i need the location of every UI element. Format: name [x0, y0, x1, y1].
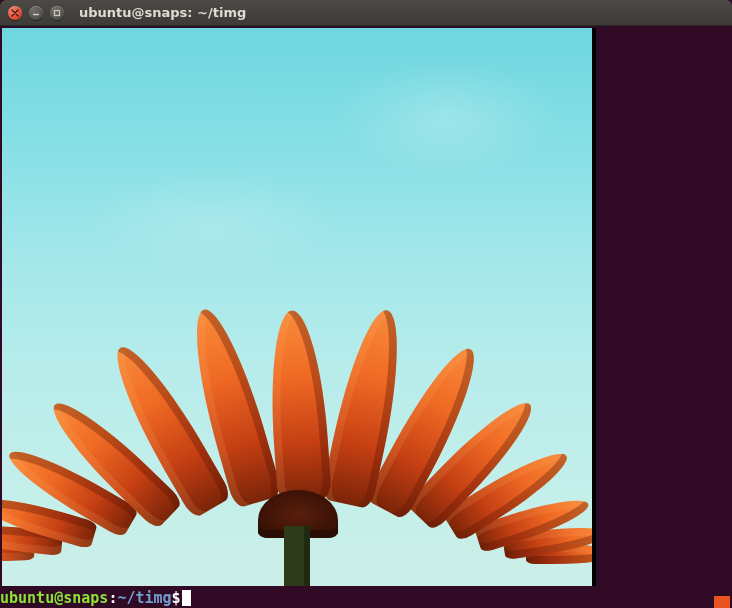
sky-cloud-icon — [332, 58, 562, 178]
flower-stem-icon — [284, 526, 310, 586]
flower-image-icon — [2, 226, 596, 586]
prompt-separator: : — [108, 588, 117, 608]
prompt-path: ~/timg — [117, 588, 171, 608]
terminal-viewport[interactable]: ubuntu@snaps:~/timg$ — [0, 26, 732, 608]
svg-rect-0 — [55, 10, 60, 15]
prompt-user-host: ubuntu@snaps — [0, 588, 108, 608]
window-titlebar: ubuntu@snaps: ~/timg — [0, 0, 732, 26]
shell-prompt[interactable]: ubuntu@snaps:~/timg$ — [0, 588, 732, 608]
minimize-icon[interactable] — [29, 6, 43, 20]
maximize-icon[interactable] — [50, 6, 64, 20]
cursor-icon — [182, 590, 191, 606]
prompt-symbol: $ — [172, 588, 181, 608]
accent-strip — [714, 596, 730, 608]
terminal-image-output — [2, 28, 596, 586]
window-title: ubuntu@snaps: ~/timg — [79, 5, 246, 20]
close-icon[interactable] — [8, 6, 22, 20]
